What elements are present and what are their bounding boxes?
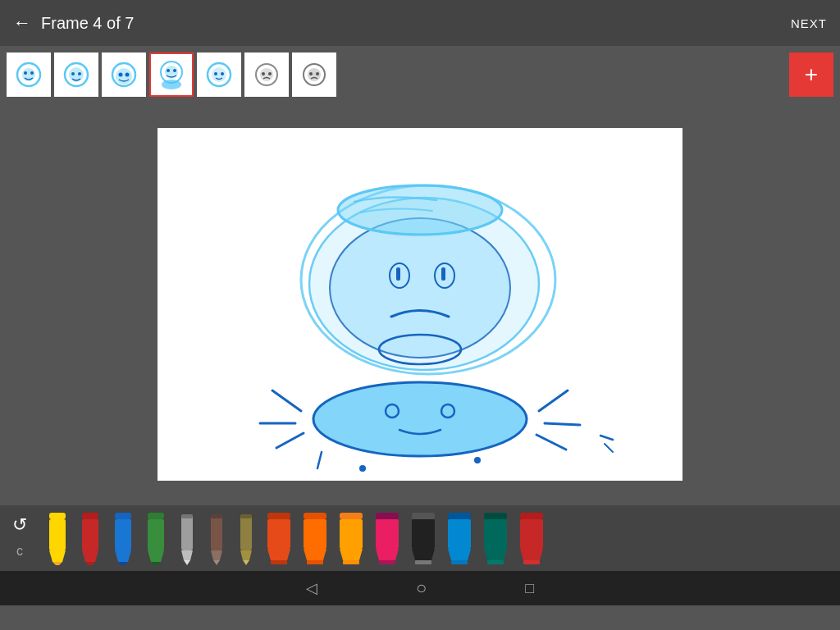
- svg-rect-77: [211, 514, 222, 550]
- svg-rect-113: [520, 513, 543, 519]
- svg-marker-71: [148, 550, 164, 562]
- svg-rect-102: [412, 519, 435, 549]
- back-icon: ←: [13, 12, 31, 34]
- frame-thumb-6[interactable]: [244, 52, 289, 97]
- tool-pink-marker[interactable]: [371, 510, 404, 566]
- svg-point-14: [162, 80, 181, 89]
- svg-point-15: [167, 69, 170, 72]
- nav-recents-icon[interactable]: □: [525, 580, 534, 597]
- svg-point-20: [221, 72, 224, 75]
- tool-orange-marker[interactable]: [262, 510, 295, 566]
- svg-point-16: [173, 69, 176, 72]
- svg-point-9: [116, 68, 132, 84]
- svg-marker-91: [304, 549, 326, 560]
- svg-marker-60: [52, 562, 62, 565]
- tool-gray-crayon[interactable]: [174, 510, 200, 566]
- undo-button[interactable]: ↺: [7, 514, 33, 536]
- svg-marker-111: [484, 549, 507, 560]
- svg-marker-80: [213, 560, 220, 565]
- tool-red-marker[interactable]: [75, 510, 105, 566]
- svg-rect-96: [343, 560, 359, 564]
- svg-point-28: [316, 72, 319, 75]
- tool-gold-crayon[interactable]: [233, 510, 259, 566]
- svg-rect-98: [376, 519, 399, 549]
- svg-marker-83: [240, 550, 252, 560]
- undo-redo-area: ↺ c: [7, 514, 33, 563]
- redo-button[interactable]: c: [7, 540, 33, 563]
- svg-point-19: [214, 72, 217, 75]
- svg-rect-94: [340, 519, 363, 549]
- tool-red2-marker[interactable]: [515, 510, 548, 566]
- drawing-canvas[interactable]: [158, 128, 682, 481]
- svg-marker-99: [376, 549, 399, 560]
- svg-line-37: [545, 423, 580, 425]
- svg-rect-74: [181, 514, 193, 518]
- frame-thumb-1[interactable]: [7, 52, 51, 97]
- svg-rect-109: [484, 513, 507, 519]
- top-bar: ← Frame 4 of 7 NEXT: [0, 0, 840, 46]
- nav-home-icon[interactable]: ○: [416, 578, 427, 599]
- tool-green-marker[interactable]: [141, 510, 171, 566]
- tool-black-marker[interactable]: [407, 510, 440, 566]
- svg-rect-90: [304, 519, 326, 549]
- frame-thumb-5[interactable]: [197, 52, 241, 97]
- add-frame-button[interactable]: +: [789, 52, 833, 97]
- add-frame-icon: +: [805, 62, 818, 88]
- svg-marker-75: [181, 550, 193, 560]
- svg-marker-64: [85, 562, 95, 565]
- frame-thumb-7[interactable]: [292, 52, 336, 97]
- svg-rect-100: [379, 560, 395, 564]
- svg-point-3: [30, 71, 34, 75]
- svg-point-11: [126, 73, 130, 77]
- svg-rect-85: [267, 513, 290, 519]
- frame-thumb-3[interactable]: [102, 52, 146, 97]
- svg-marker-79: [211, 550, 222, 560]
- svg-point-24: [268, 72, 272, 75]
- back-button[interactable]: ←: [13, 12, 31, 34]
- svg-marker-115: [520, 549, 543, 560]
- svg-marker-63: [82, 550, 98, 562]
- svg-rect-105: [448, 513, 471, 519]
- svg-marker-87: [267, 549, 290, 560]
- tool-lt-orange-marker[interactable]: [299, 510, 331, 566]
- next-button[interactable]: NEXT: [791, 16, 827, 30]
- svg-marker-67: [115, 550, 131, 562]
- frame-thumb-2[interactable]: [54, 52, 98, 97]
- tool-teal-marker[interactable]: [479, 510, 512, 566]
- tool-blue2-marker[interactable]: [443, 510, 476, 566]
- svg-rect-114: [520, 519, 543, 549]
- svg-rect-92: [307, 560, 323, 564]
- svg-rect-110: [484, 519, 507, 549]
- svg-rect-70: [148, 519, 164, 550]
- svg-rect-101: [412, 513, 435, 519]
- redo-icon: c: [16, 544, 23, 559]
- tool-blue-marker[interactable]: [108, 510, 138, 566]
- svg-rect-93: [340, 513, 363, 519]
- nav-back-icon[interactable]: ◁: [306, 579, 317, 597]
- svg-marker-59: [49, 550, 66, 562]
- tool-yellow-marker[interactable]: [43, 510, 72, 566]
- tool-yellow-orange-marker[interactable]: [335, 510, 368, 566]
- undo-icon: ↺: [12, 514, 27, 536]
- svg-rect-116: [523, 560, 540, 564]
- svg-rect-57: [49, 513, 66, 519]
- svg-rect-52: [396, 267, 400, 281]
- svg-rect-86: [267, 519, 290, 549]
- svg-marker-84: [243, 560, 249, 565]
- bottom-toolbar: ↺ c: [0, 505, 840, 571]
- svg-rect-88: [271, 560, 287, 564]
- svg-rect-78: [211, 514, 222, 518]
- svg-rect-81: [240, 514, 252, 550]
- svg-point-27: [309, 72, 313, 75]
- svg-marker-95: [340, 549, 363, 560]
- frame-thumb-4[interactable]: [149, 52, 194, 97]
- canvas-area: [0, 103, 840, 505]
- svg-marker-76: [184, 560, 190, 565]
- svg-point-23: [262, 72, 265, 75]
- svg-marker-103: [412, 549, 435, 560]
- svg-rect-69: [148, 513, 164, 519]
- svg-rect-66: [115, 519, 131, 550]
- svg-rect-73: [181, 514, 193, 550]
- tool-brown-crayon[interactable]: [203, 510, 230, 566]
- top-bar-left: ← Frame 4 of 7: [13, 12, 134, 34]
